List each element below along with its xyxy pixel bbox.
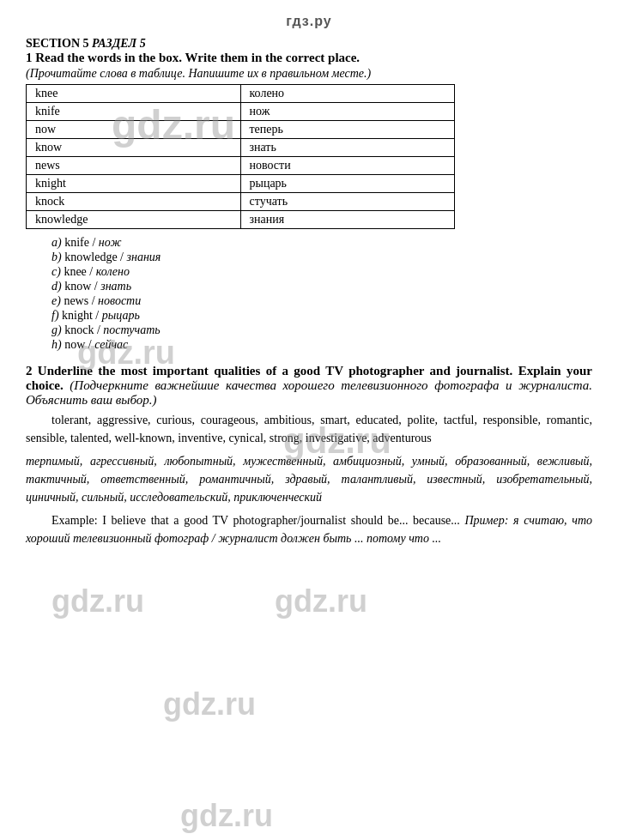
vocab-row: knowledgeзнания	[27, 211, 455, 229]
answer-text-ru: сейчас	[94, 338, 128, 351]
answer-text-ru: рыцарь	[102, 309, 140, 322]
vocab-en: now	[27, 121, 241, 139]
answer-text-en: news /	[64, 294, 98, 307]
vocab-row: newsновости	[27, 157, 455, 175]
vocab-ru: теперь	[240, 121, 455, 139]
answer-letter: d)	[52, 280, 64, 293]
vocab-ru: знать	[240, 139, 455, 157]
answers-list: a) knife / ножb) knowledge / знанияc) kn…	[52, 236, 592, 352]
answer-text-ru: колено	[96, 265, 130, 278]
task1-instruction: (Прочитайте слова в таблице. Напишите их…	[26, 67, 592, 81]
answer-letter: c)	[52, 265, 64, 278]
vocab-ru: стучать	[240, 193, 455, 211]
answer-letter: b)	[52, 251, 64, 263]
answer-text-en: knee /	[64, 265, 95, 278]
answer-item: f) knight / рыцарь	[52, 309, 592, 323]
task2-number: 2	[26, 364, 38, 378]
answer-text-en: now /	[64, 338, 94, 351]
section-label-ru: РАЗДЕЛ 5	[92, 37, 146, 50]
task2-qualities-ru: терпимый, агрессивный, любопытный, мужес…	[26, 452, 592, 506]
watermark-7: gdz.ru	[180, 798, 273, 834]
answer-text-ru: знания	[127, 251, 161, 263]
watermark-5: gdz.ru	[275, 583, 367, 619]
vocab-en: news	[27, 157, 241, 175]
vocab-row: nowтеперь	[27, 121, 455, 139]
site-domain: гдз.ру	[26, 9, 592, 36]
vocab-ru: рыцарь	[240, 175, 455, 193]
vocab-en: know	[27, 139, 241, 157]
answer-item: g) knock / постучать	[52, 323, 592, 337]
section-label: SECTION 5	[26, 37, 89, 50]
answer-item: c) knee / колено	[52, 265, 592, 279]
answer-text-en: knight /	[62, 309, 102, 322]
answer-item: h) now / сейчас	[52, 338, 592, 352]
vocab-row: knifeнож	[27, 103, 455, 121]
task1-heading: 1 Read the words in the box. Write them …	[26, 51, 592, 65]
vocab-row: knowзнать	[27, 139, 455, 157]
task2-example: Example: I believe that a good TV photog…	[26, 511, 592, 547]
answer-letter: e)	[52, 294, 64, 307]
answer-letter: a)	[52, 236, 64, 249]
answer-text-en: knife /	[64, 236, 99, 249]
answer-text-en: knock /	[64, 323, 103, 336]
task2-qualities-en: tolerant, aggressive, curious, courageou…	[26, 411, 592, 447]
answer-text-en: knowledge /	[64, 251, 126, 263]
answer-item: e) news / новости	[52, 294, 592, 308]
answer-item: b) knowledge / знания	[52, 251, 592, 264]
vocab-en: knife	[27, 103, 241, 121]
answer-letter: h)	[52, 338, 64, 351]
answer-text-ru: новости	[98, 294, 141, 307]
vocab-ru: знания	[240, 211, 455, 229]
watermark-4: gdz.ru	[52, 583, 144, 619]
answer-letter: g)	[52, 323, 64, 336]
answer-text-ru: нож	[99, 236, 122, 249]
answer-text-en: know /	[64, 280, 100, 293]
vocab-row: knightрыцарь	[27, 175, 455, 193]
vocab-en: knowledge	[27, 211, 241, 229]
vocab-ru: колено	[240, 85, 455, 103]
answer-text-ru: знать	[100, 280, 131, 293]
watermark-6: gdz.ru	[163, 686, 256, 722]
vocab-row: kneeколено	[27, 85, 455, 103]
section-heading: SECTION 5 РАЗДЕЛ 5	[26, 36, 592, 51]
answer-text-ru: постучать	[103, 323, 160, 336]
task2-heading-italic: (Подчеркните важнейшие качества хорошего…	[26, 378, 592, 407]
answer-item: a) knife / нож	[52, 236, 592, 250]
answer-letter: f)	[52, 309, 62, 322]
vocab-table: kneeколеноknifeножnowтеперьknowзнатьnews…	[26, 84, 455, 229]
vocab-en: knight	[27, 175, 241, 193]
task2-heading: 2 Underline the most important qualities…	[26, 364, 592, 408]
answer-item: d) know / знать	[52, 280, 592, 293]
vocab-en: knock	[27, 193, 241, 211]
vocab-ru: нож	[240, 103, 455, 121]
vocab-ru: новости	[240, 157, 455, 175]
vocab-row: knockстучать	[27, 193, 455, 211]
vocab-en: knee	[27, 85, 241, 103]
